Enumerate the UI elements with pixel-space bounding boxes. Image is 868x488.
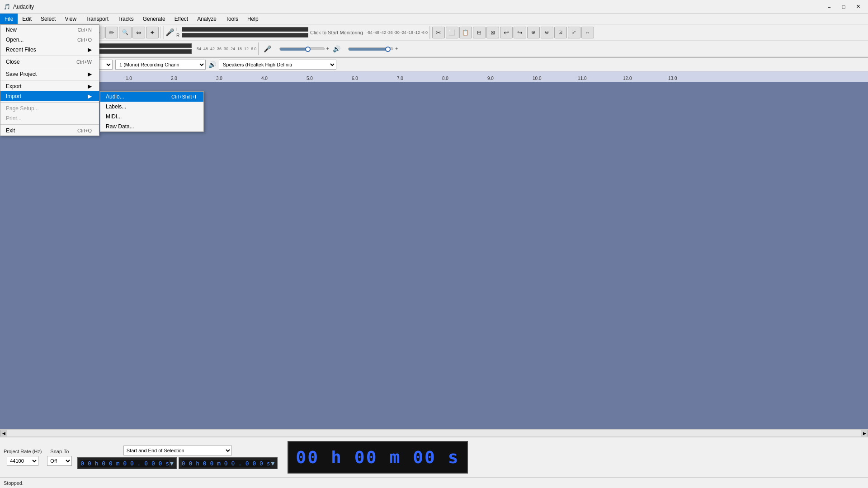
pencil-tool[interactable]: ✏ <box>105 27 118 38</box>
separator1 <box>0 56 99 56</box>
menu-recent-files[interactable]: Recent Files ▶ <box>0 45 99 55</box>
scroll-left-button[interactable]: ◀ <box>0 430 7 437</box>
ruler-mark-3: 3.0 <box>216 76 222 81</box>
snap-to-label: Snap-To <box>50 449 69 454</box>
selection-end-time: 0 0 h 0 0 m 0 0 . 0 0 0 s ▼ <box>179 457 278 469</box>
menu-import[interactable]: Import ▶ Audio... Ctrl+Shift+I Labels...… <box>0 91 99 101</box>
project-rate-select[interactable]: 44100 <box>7 456 38 466</box>
channels-select[interactable]: 1 (Mono) Recording Chann <box>115 60 206 70</box>
menu-analyze[interactable]: Analyze <box>193 14 221 24</box>
mic-gain-icon: 🎤 <box>264 45 271 52</box>
bottom-bar: Project Rate (Hz) 44100 Snap-To Off Star… <box>0 436 868 477</box>
ruler-mark-6: 6.0 <box>352 76 358 81</box>
output-device-icon: 🔊 <box>208 61 216 68</box>
snap-to-select[interactable]: Off <box>47 456 72 466</box>
input-vu-r: R <box>176 33 308 38</box>
menu-help[interactable]: Help <box>243 14 263 24</box>
zoom-tool[interactable]: 🔍 <box>119 27 132 38</box>
menu-effect[interactable]: Effect <box>170 14 193 24</box>
input-gain-slider-area: – + <box>275 46 329 51</box>
ruler-mark-12: 12.0 <box>623 76 632 81</box>
big-time-value: 00 h 00 m 00 s <box>296 447 459 467</box>
scroll-right-button[interactable]: ▶ <box>861 430 868 437</box>
output-gain-minus: – <box>344 46 347 51</box>
menubar: File Edit Select View Transport Tracks G… <box>0 14 868 24</box>
output-gain-track[interactable] <box>348 47 393 50</box>
output-gain-thumb[interactable] <box>385 47 391 52</box>
menu-export[interactable]: Export ▶ <box>0 81 99 91</box>
separator2 <box>0 68 99 68</box>
menu-print: Print... <box>0 113 99 123</box>
snap-to-section: Snap-To Off <box>47 449 72 466</box>
vu-click-text[interactable]: Click to Start Monitoring <box>310 30 363 35</box>
redo-button[interactable]: ↪ <box>514 27 526 38</box>
sel-start-dropdown[interactable]: ▼ <box>170 460 174 467</box>
menu-exit[interactable]: Exit Ctrl+Q <box>0 126 99 136</box>
selection-time-row: 0 0 h 0 0 m 0 0 . 0 0 0 s ▼ 0 0 h 0 0 m … <box>77 457 278 469</box>
zoom-fit-button[interactable]: ⊡ <box>554 27 567 38</box>
menu-select[interactable]: Select <box>36 14 60 24</box>
menu-new[interactable]: New Ctrl+N <box>0 25 99 35</box>
ruler-mark-5: 5.0 <box>307 76 313 81</box>
zoom-sel-button[interactable]: ⤢ <box>568 27 580 38</box>
undo-button[interactable]: ↩ <box>500 27 513 38</box>
device-bar: 🎤 ophone (Realtek High Defini 1 (Mono) R… <box>0 58 868 71</box>
scroll-track[interactable] <box>7 430 861 437</box>
minimize-button[interactable]: – <box>823 2 835 11</box>
copy-button[interactable]: ⬜ <box>446 27 458 38</box>
menu-import-labels[interactable]: Labels... <box>100 102 203 112</box>
menu-close[interactable]: Close Ctrl+W <box>0 57 99 67</box>
menu-edit[interactable]: Edit <box>18 14 36 24</box>
toolbar-row2: 🔍 ↔ ✦ 🔊 L R -54 <box>0 41 868 57</box>
output-device-select[interactable]: Speakers (Realtek High Definiti <box>219 60 336 70</box>
input-vu-l: L <box>176 27 308 32</box>
input-gain-fill <box>280 48 307 51</box>
zoom-width-button[interactable]: ↔ <box>581 27 594 38</box>
ruler-mark-11: 11.0 <box>578 76 586 81</box>
cut-button[interactable]: ✂ <box>432 27 445 38</box>
trim-button[interactable]: ⊟ <box>473 27 486 38</box>
menu-file[interactable]: File <box>0 14 18 24</box>
ruler-mark-4: 4.0 <box>261 76 268 81</box>
menu-view[interactable]: View <box>60 14 81 24</box>
app-logo: 🎵 <box>4 4 10 10</box>
zoom-out-button[interactable]: ⊖ <box>541 27 553 38</box>
vu-bar-r <box>182 33 308 38</box>
close-button[interactable]: ✕ <box>852 2 864 11</box>
menu-import-midi[interactable]: MIDI... <box>100 112 203 122</box>
menu-transport[interactable]: Transport <box>81 14 113 24</box>
horizontal-scrollbar[interactable]: ◀ ▶ <box>0 429 868 436</box>
titlebar: 🎵 Audacity – □ ✕ <box>0 0 868 14</box>
ruler-mark-8: 8.0 <box>442 76 448 81</box>
menu-pagesetup: Page Setup... <box>0 103 99 113</box>
selection-label-row: Start and End of Selection <box>77 446 278 455</box>
toolbar-sep5 <box>258 42 259 55</box>
input-gain-track[interactable] <box>279 47 325 50</box>
menu-import-rawdata[interactable]: Raw Data... <box>100 122 203 131</box>
multi-tool[interactable]: ✦ <box>146 27 159 38</box>
selection-type-select[interactable]: Start and End of Selection <box>123 446 232 455</box>
menu-tools[interactable]: Tools <box>221 14 243 24</box>
maximize-button[interactable]: □ <box>837 2 850 11</box>
sel-end-dropdown[interactable]: ▼ <box>271 460 275 467</box>
menu-open[interactable]: Open... Ctrl+O <box>0 35 99 45</box>
status-bar: Stopped. <box>0 477 868 488</box>
silence-button[interactable]: ⊠ <box>486 27 499 38</box>
paste-button[interactable]: 📋 <box>459 27 472 38</box>
output-gain-plus: + <box>395 46 398 51</box>
menu-generate[interactable]: Generate <box>138 14 170 24</box>
input-gain-thumb[interactable] <box>305 47 311 52</box>
menu-import-audio[interactable]: Audio... Ctrl+Shift+I <box>100 92 203 102</box>
project-rate-label: Project Rate (Hz) <box>4 449 42 454</box>
ruler-mark-7: 7.0 <box>397 76 403 81</box>
status-text: Stopped. <box>4 480 24 486</box>
zoom-in-button[interactable]: ⊕ <box>527 27 540 38</box>
selection-start-time: 0 0 h 0 0 m 0 0 . 0 0 0 s ▼ <box>77 457 177 469</box>
file-menu-dropdown: New Ctrl+N Open... Ctrl+O Recent Files ▶… <box>0 24 99 136</box>
gain-sliders: 🎤 – + 🔊 – + <box>261 45 401 52</box>
menu-tracks[interactable]: Tracks <box>113 14 138 24</box>
separator3 <box>0 80 99 80</box>
timeshift-tool[interactable]: ⇔ <box>132 27 145 38</box>
ruler-mark-1: 1.0 <box>126 76 132 81</box>
menu-save-project[interactable]: Save Project ▶ <box>0 69 99 79</box>
